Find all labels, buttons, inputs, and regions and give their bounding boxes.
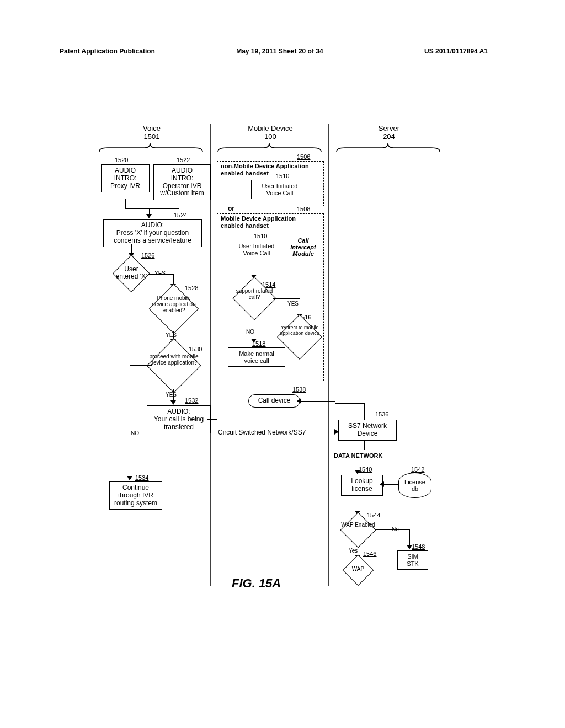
ref-1522: 1522: [177, 157, 190, 163]
lane-server-label: Server: [356, 124, 422, 132]
data-network-label: DATA NETWORK: [334, 452, 382, 459]
lane-voice-label: Voice: [119, 124, 185, 132]
box-1510a: User Initiated Voice Call: [251, 180, 308, 199]
box-1532-text: AUDIO: Your call is being transfered: [154, 408, 204, 431]
line-1530-no: [130, 365, 152, 366]
edge-1514-yes: YES: [287, 301, 299, 307]
header-center: May 19, 2011 Sheet 20 of 34: [186, 47, 373, 55]
line-no-path: [130, 309, 130, 477]
page-header: Patent Application Publication May 19, 2…: [0, 47, 565, 55]
arrow-1522-left: [150, 208, 179, 209]
edge-1528-yes: YES: [166, 332, 177, 338]
arrow-1520-right: [125, 208, 150, 209]
lane-server-heading: Server 204: [356, 124, 422, 141]
diamond-1516-text: redirect to mobile application device: [278, 325, 321, 336]
line-1544-no-down: [409, 529, 410, 546]
line-1536-down: [364, 440, 365, 450]
figure-label: FIG. 15A: [232, 576, 281, 591]
ref-1542: 1542: [411, 466, 424, 473]
box-1532: AUDIO: Your call is being transfered: [147, 405, 211, 433]
box-1538: Call device: [248, 394, 300, 408]
header-left: Patent Application Publication: [60, 47, 155, 55]
ref-1534: 1534: [135, 474, 148, 481]
box-1534: Continue through IVR routing system: [109, 481, 162, 510]
diamond-1514-text: support related call?: [234, 288, 275, 300]
line-1540-1544: [358, 495, 358, 512]
line-1526-right: [148, 274, 173, 275]
box-1540-text: Lookup license: [351, 477, 372, 493]
diamond-1530-text: proceed with mobile device application?: [143, 354, 204, 366]
box-1540: Lookup license: [341, 475, 383, 496]
ref-1524: 1524: [174, 212, 187, 218]
header-right: US 2011/0117894 A1: [424, 47, 488, 55]
ref-1544: 1544: [367, 512, 380, 518]
arrow-1522-down: [179, 199, 179, 208]
ref-1532: 1532: [185, 397, 198, 404]
diamond-1528-text: Phone mobile device application enabled?: [149, 295, 199, 313]
box-1524: AUDIO: Press 'X' if your question concer…: [103, 219, 202, 247]
lane-mobile-label: Mobile Device: [237, 124, 303, 132]
ref-1548: 1548: [412, 543, 425, 550]
line-1536-up: [364, 403, 365, 420]
group-1506-title: non-Mobile Device Application enabled ha…: [221, 163, 309, 176]
lane-mobile-num: 100: [237, 132, 303, 141]
diamond-1544-text: WAP Enabled: [339, 522, 377, 528]
edge-1530-yes: YES: [166, 392, 177, 398]
box-1518-text: Make normal voice call: [239, 350, 274, 364]
box-1510b: User Initiated Voice Call: [228, 240, 285, 259]
ref-1526: 1526: [141, 252, 154, 259]
edge-1544-yes: Yes: [349, 548, 358, 554]
ref-1520: 1520: [115, 157, 128, 163]
line-1514-yes: [273, 298, 300, 299]
box-1510b-text: User Initiated Voice Call: [239, 243, 275, 256]
line-1514-yes-down: [300, 298, 300, 315]
arrow-1520-down: [125, 199, 126, 208]
lane-mobile-heading: Mobile Device 100: [237, 124, 303, 141]
ref-1510b: 1510: [254, 233, 267, 239]
ref-1530: 1530: [189, 346, 202, 352]
line-1528-no: [130, 309, 153, 309]
db-1542: License db: [398, 473, 431, 498]
line-ss7-1536: [316, 432, 335, 432]
box-1510a-text: User Initiated Voice Call: [262, 183, 298, 196]
ref-1540: 1540: [359, 466, 372, 473]
ref-1508: 1508: [297, 206, 310, 212]
ref-1510a: 1510: [276, 173, 289, 179]
edge-1526-yes: YES: [154, 270, 166, 276]
diamond-1546-text: WAP: [344, 566, 372, 572]
line-1514-no: [254, 318, 254, 340]
lane-voice-num: 1501: [119, 132, 185, 141]
box-1520: AUDIO INTRO: Proxy IVR: [101, 164, 150, 192]
lane-voice-heading: Voice 1501: [119, 124, 185, 141]
edge-1514-no: NO: [246, 329, 254, 335]
box-1518: Make normal voice call: [228, 347, 285, 367]
or-label: or: [228, 205, 234, 212]
edge-1528-no: NO: [131, 430, 139, 436]
line-1536-left: [335, 403, 364, 404]
box-1536: SS7 Network Device: [338, 420, 397, 441]
ref-1528: 1528: [185, 285, 198, 291]
box-1536-text: SS7 Network Device: [348, 422, 387, 437]
box-1524-text: AUDIO: Press 'X' if your question concer…: [114, 221, 191, 244]
box-1548: SIM STK: [397, 550, 428, 570]
box-1522: AUDIO INTRO: Operator IVR w/Custom item: [153, 164, 211, 200]
line-1530-yes-down: [173, 389, 174, 402]
ss7-label: Circuit Switched Network/SS7: [218, 429, 306, 436]
box-1548-text: SIM STK: [407, 553, 418, 567]
ref-1506: 1506: [297, 153, 310, 160]
ref-1536: 1536: [375, 411, 388, 417]
ref-1518: 1518: [252, 340, 265, 347]
intercept-label: Call Intercept Module: [288, 237, 318, 257]
box-1520-text: AUDIO INTRO: Proxy IVR: [110, 167, 140, 190]
db-1542-text: License db: [404, 479, 425, 492]
line-1532-ss7: [207, 419, 217, 420]
line-1544-no: [375, 529, 409, 530]
lane-server-num: 204: [356, 132, 422, 141]
line-1510b-1514: [254, 259, 254, 276]
line-1536-1538: [297, 401, 335, 402]
ref-1538: 1538: [292, 386, 306, 393]
box-1522-text: AUDIO INTRO: Operator IVR w/Custom item: [160, 167, 204, 197]
box-1534-text: Continue through IVR routing system: [114, 484, 157, 507]
ref-1546: 1546: [363, 550, 376, 557]
group-1508-title: Mobile Device Application enabled handse…: [221, 215, 296, 229]
